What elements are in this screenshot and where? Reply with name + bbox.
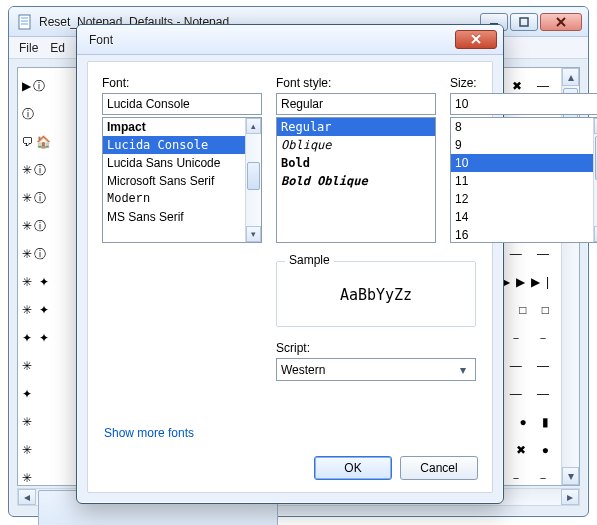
font-listbox[interactable]: ImpactLucida ConsoleLucida Sans UnicodeM… (102, 117, 262, 243)
close-icon (469, 34, 483, 45)
svg-rect-0 (19, 15, 30, 29)
font-input[interactable] (102, 93, 262, 115)
font-style-listbox[interactable]: RegularObliqueBoldBold Oblique (276, 117, 436, 243)
cancel-button[interactable]: Cancel (400, 456, 478, 480)
font-item[interactable]: Modern (103, 190, 245, 208)
size-item[interactable]: 10 (451, 154, 593, 172)
script-row: Script: Western ▾ (276, 341, 476, 381)
font-style-input[interactable] (276, 93, 436, 115)
maximize-button[interactable] (510, 13, 538, 31)
size-label: Size: (450, 76, 597, 90)
font-dialog-titlebar[interactable]: Font (77, 25, 503, 55)
chevron-down-icon: ▾ (455, 363, 471, 377)
font-style-item[interactable]: Oblique (277, 136, 435, 154)
font-style-column: Font style: RegularObliqueBoldBold Obliq… (276, 76, 436, 243)
size-item[interactable]: 11 (451, 172, 593, 190)
sample-text: AaBbYyZz (285, 280, 467, 310)
script-combo[interactable]: Western ▾ (276, 358, 476, 381)
font-column: Font: ImpactLucida ConsoleLucida Sans Un… (102, 76, 262, 243)
script-value: Western (281, 363, 325, 377)
menu-edit[interactable]: Ed (50, 41, 65, 55)
menu-file[interactable]: File (19, 41, 38, 55)
show-more-fonts-link[interactable]: Show more fonts (104, 426, 194, 440)
script-label: Script: (276, 341, 476, 355)
size-item[interactable]: 16 (451, 226, 593, 242)
font-dialog-close-button[interactable] (455, 30, 497, 49)
close-button[interactable] (540, 13, 582, 31)
font-style-item[interactable]: Bold (277, 154, 435, 172)
font-item[interactable]: MS Sans Serif (103, 208, 245, 226)
size-listbox[interactable]: 891011121416 ▴ ▾ (450, 117, 597, 243)
size-input[interactable] (450, 93, 597, 115)
scroll-down-button[interactable]: ▾ (562, 467, 579, 485)
font-style-item[interactable]: Bold Oblique (277, 172, 435, 190)
scroll-right-button[interactable]: ▸ (561, 489, 579, 505)
ok-button[interactable]: OK (314, 456, 392, 480)
font-dialog: Font Font: ImpactLucida ConsoleLucida Sa… (76, 24, 504, 504)
font-style-item[interactable]: Regular (277, 118, 435, 136)
dialog-button-row: OK Cancel (314, 456, 478, 480)
font-list-scrollbar[interactable]: ▴ ▾ (245, 118, 261, 242)
font-item[interactable]: Lucida Console (103, 136, 245, 154)
size-item[interactable]: 8 (451, 118, 593, 136)
font-label: Font: (102, 76, 262, 90)
size-list-scrollbar[interactable]: ▴ ▾ (593, 118, 597, 242)
scroll-left-button[interactable]: ◂ (18, 489, 36, 505)
size-item[interactable]: 14 (451, 208, 593, 226)
scroll-down-icon[interactable]: ▾ (246, 226, 261, 242)
size-item[interactable]: 9 (451, 136, 593, 154)
font-dialog-body: Font: ImpactLucida ConsoleLucida Sans Un… (87, 61, 493, 493)
scroll-up-icon[interactable]: ▴ (246, 118, 261, 134)
font-item[interactable]: Lucida Sans Unicode (103, 154, 245, 172)
sample-label: Sample (285, 253, 334, 267)
font-item[interactable]: Impact (103, 118, 245, 136)
size-column: Size: 891011121416 ▴ ▾ (450, 76, 597, 243)
font-style-label: Font style: (276, 76, 436, 90)
notepad-app-icon (17, 14, 33, 30)
svg-rect-5 (520, 18, 528, 26)
sample-group: Sample AaBbYyZz (276, 261, 476, 327)
size-item[interactable]: 12 (451, 190, 593, 208)
font-item[interactable]: Microsoft Sans Serif (103, 172, 245, 190)
font-dialog-title: Font (85, 33, 455, 47)
